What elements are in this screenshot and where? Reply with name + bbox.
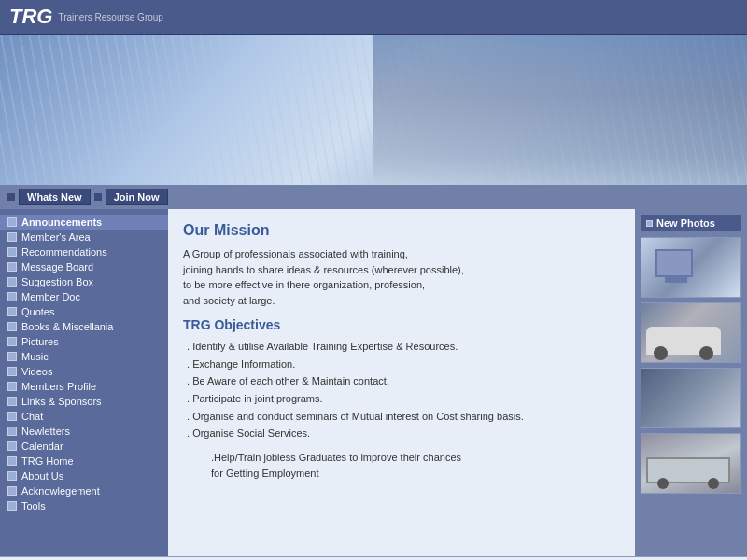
sidebar-label: Announcements <box>21 217 102 228</box>
sidebar-item-member-s-area[interactable]: Member's Area <box>0 230 168 245</box>
sidebar-label: Pictures <box>21 336 59 347</box>
sidebar-square <box>7 322 17 331</box>
footer: Copyrights (c) 2003, eGroup TCS(PVT)LTD.… <box>0 556 747 560</box>
sidebar-square <box>7 367 17 376</box>
objective-item: Exchange Information. <box>187 356 620 373</box>
objective-item: Organise and conduct seminars of Mutual … <box>187 408 620 426</box>
sidebar-label: Suggestion Box <box>21 276 93 287</box>
sidebar-item-about-us[interactable]: About Us <box>0 469 168 483</box>
photo-thumb-1[interactable] <box>641 237 741 298</box>
photos-title: New Photos <box>656 217 715 229</box>
sidebar-label: Links & Sponsors <box>21 396 102 407</box>
sidebar-item-books---miscellania[interactable]: Books & Miscellania <box>0 319 168 334</box>
photo-thumb-2[interactable] <box>641 302 741 363</box>
photos-square <box>646 220 653 227</box>
banner-city <box>374 35 747 185</box>
sidebar-label: Quotes <box>21 306 54 317</box>
sidebar-square <box>7 277 17 287</box>
sidebar-square <box>7 307 17 316</box>
content-area: Our Mission A Group of professionals ass… <box>168 209 635 556</box>
sidebar-item-pictures[interactable]: Pictures <box>0 334 168 349</box>
objective-item: Identify & utilise Available Training Ex… <box>187 338 620 356</box>
sidebar-item-message-board[interactable]: Message Board <box>0 259 168 274</box>
banner <box>0 35 747 185</box>
nav-square-2 <box>94 193 102 201</box>
sidebar-square <box>7 382 17 391</box>
sidebar-item-music[interactable]: Music <box>0 349 168 364</box>
sidebar-item-acknowlegement[interactable]: Acknowlegement <box>0 483 168 498</box>
sidebar-label: Members Profile <box>21 381 96 392</box>
whats-new-button[interactable]: Whats New <box>19 189 91 205</box>
header: TRG Trainers Resourse Group <box>0 0 747 35</box>
sidebar-square <box>7 232 17 242</box>
objective-item: Organise Social Services. <box>187 425 620 442</box>
sidebar-square <box>7 501 17 511</box>
sidebar-label: Member Doc <box>21 291 80 302</box>
mission-title: Our Mission <box>183 222 620 239</box>
computer-icon <box>655 249 693 277</box>
sidebar-square <box>7 247 17 257</box>
sidebar-square <box>7 337 17 346</box>
objectives-list: Identify & utilise Available Training Ex… <box>187 338 620 442</box>
objective-item: Be Aware of each other & Maintain contac… <box>187 372 620 390</box>
join-now-button[interactable]: Join Now <box>106 189 168 205</box>
sidebar-item-newletters[interactable]: Newletters <box>0 424 168 439</box>
sidebar-square <box>7 471 17 481</box>
photos-panel: New Photos <box>635 209 747 556</box>
sidebar-square <box>7 486 17 496</box>
sidebar-item-members-profile[interactable]: Members Profile <box>0 379 168 394</box>
sidebar-item-suggestion-box[interactable]: Suggestion Box <box>0 274 168 289</box>
sidebar-label: Chat <box>21 411 43 422</box>
nav-square-1 <box>7 193 15 201</box>
objective-item: Participate in joint programs. <box>187 390 620 408</box>
sidebar-item-links---sponsors[interactable]: Links & Sponsors <box>0 394 168 409</box>
sidebar-label: Music <box>21 351 49 362</box>
indented-note: .Help/Train jobless Graduates to improve… <box>211 450 620 481</box>
sidebar-item-calendar[interactable]: Calendar <box>0 439 168 454</box>
sidebar-label: Calendar <box>21 441 63 452</box>
bus-icon <box>646 457 730 483</box>
photo-thumb-3[interactable] <box>641 368 741 428</box>
sidebar-square <box>7 412 17 421</box>
car-icon <box>646 327 721 355</box>
sidebar-square <box>7 456 17 466</box>
sidebar: AnnouncementsMember's AreaRecommendation… <box>0 209 168 556</box>
sidebar-square <box>7 217 17 227</box>
sidebar-label: Message Board <box>21 261 93 273</box>
logo-trg: TRG <box>9 5 52 29</box>
mission-text: A Group of professionals associated with… <box>183 246 620 308</box>
note-line2: for Getting Employment <box>211 468 319 479</box>
note-line1: .Help/Train jobless Graduates to improve… <box>211 452 461 463</box>
sidebar-square <box>7 292 17 301</box>
sidebar-item-recommendations[interactable]: Recommendations <box>0 245 168 259</box>
sidebar-label: Acknowlegement <box>21 485 100 497</box>
sidebar-label: Member's Area <box>21 231 91 243</box>
nav-bar: Whats New Join Now <box>0 185 747 209</box>
sidebar-square <box>7 427 17 436</box>
sidebar-item-member-doc[interactable]: Member Doc <box>0 289 168 304</box>
sidebar-item-announcements[interactable]: Announcements <box>0 215 168 230</box>
sidebar-item-trg-home[interactable]: TRG Home <box>0 454 168 469</box>
logo-subtitle: Trainers Resourse Group <box>58 12 162 22</box>
sidebar-label: Tools <box>21 500 46 511</box>
main-layout: AnnouncementsMember's AreaRecommendation… <box>0 209 747 556</box>
sidebar-square <box>7 352 17 361</box>
photos-header: New Photos <box>641 215 741 231</box>
sidebar-label: Recommendations <box>21 246 107 258</box>
sidebar-label: Videos <box>21 366 52 377</box>
sidebar-label: Newletters <box>21 426 70 437</box>
sidebar-item-tools[interactable]: Tools <box>0 498 168 513</box>
sidebar-square <box>7 441 17 451</box>
sidebar-label: Books & Miscellania <box>21 321 113 332</box>
sidebar-item-quotes[interactable]: Quotes <box>0 304 168 319</box>
sidebar-item-videos[interactable]: Videos <box>0 364 168 379</box>
photo-thumb-4[interactable] <box>641 433 741 494</box>
objectives-title: TRG Objectives <box>183 317 620 332</box>
sidebar-square <box>7 397 17 406</box>
sidebar-square <box>7 262 17 272</box>
sidebar-item-chat[interactable]: Chat <box>0 409 168 424</box>
sidebar-label: About Us <box>21 470 63 482</box>
sidebar-label: TRG Home <box>21 455 74 467</box>
